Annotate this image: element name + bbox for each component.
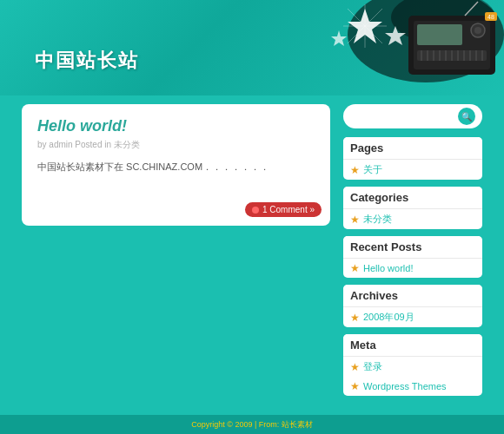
category-link-uncategorized[interactable]: 未分类 — [363, 213, 392, 226]
archive-link-2008-09[interactable]: 2008年09月 — [363, 311, 414, 324]
sidebar-section-categories: Categories ★ 未分类 — [343, 187, 482, 229]
star-icon: ★ — [350, 380, 360, 392]
list-item: ★ 登录 — [343, 357, 482, 377]
star-icon: ★ — [350, 262, 360, 274]
post-excerpt: 中国站长站素材下在 SC.CHINAZ.COM．．．．．．． — [37, 160, 315, 175]
sidebar-section-title-recent-posts: Recent Posts — [343, 236, 482, 259]
list-item: ★ Wordpress Themes — [343, 377, 482, 396]
list-item: ★ Hello world! — [343, 259, 482, 278]
search-bar[interactable]: 🔍 — [343, 104, 482, 128]
sidebar-section-archives: Archives ★ 2008年09月 — [343, 285, 482, 327]
svg-marker-4 — [331, 30, 347, 46]
svg-point-13 — [474, 27, 481, 34]
footer: Copyright © 2009 | From: 站长素材 — [0, 415, 504, 434]
post-meta: by admin Posted in 未分类 — [37, 139, 315, 151]
post-title: Hello world! — [37, 117, 315, 135]
sidebar: 🔍 Pages ★ 关于 Categories ★ 未分类 Rec — [343, 104, 482, 403]
content-area: Hello world! by admin Posted in 未分类 中国站长… — [22, 104, 330, 403]
footer-text: Copyright © 2009 | From: 站长素材 — [191, 419, 313, 431]
post-card: Hello world! by admin Posted in 未分类 中国站长… — [22, 104, 330, 226]
svg-text:48: 48 — [487, 14, 494, 20]
site-title: 中国站长站 — [35, 48, 139, 74]
star-icon: ★ — [350, 312, 360, 324]
comment-label: 1 Comment » — [262, 205, 315, 214]
sidebar-section-recent-posts: Recent Posts ★ Hello world! — [343, 236, 482, 278]
sidebar-section-meta: Meta ★ 登录 ★ Wordpress Themes — [343, 334, 482, 396]
pages-link-about[interactable]: 关于 — [363, 163, 382, 176]
sidebar-section-title-categories: Categories — [343, 187, 482, 209]
header: 48 中国站长站 — [0, 0, 504, 95]
page-wrapper: 48 中国站长站 Hello world! by admin Posted in… — [0, 0, 504, 434]
sidebar-section-title-meta: Meta — [343, 334, 482, 357]
list-item: ★ 2008年09月 — [343, 307, 482, 327]
header-decoration: 48 — [295, 0, 504, 95]
star-icon: ★ — [350, 214, 360, 226]
star-icon: ★ — [350, 164, 360, 176]
main-layout: Hello world! by admin Posted in 未分类 中国站长… — [0, 95, 504, 411]
meta-link-wp-themes[interactable]: Wordpress Themes — [363, 381, 447, 391]
meta-link-login[interactable]: 登录 — [363, 360, 382, 373]
sidebar-section-title-archives: Archives — [343, 285, 482, 307]
sidebar-section-pages: Pages ★ 关于 — [343, 137, 482, 180]
sidebar-section-title-pages: Pages — [343, 137, 482, 160]
list-item: ★ 未分类 — [343, 209, 482, 229]
comment-dot — [252, 207, 259, 214]
star-icon: ★ — [350, 361, 360, 373]
recent-post-link-hello[interactable]: Hello world! — [363, 263, 413, 273]
svg-rect-11 — [417, 24, 462, 45]
search-icon[interactable]: 🔍 — [458, 108, 475, 125]
comment-bubble[interactable]: 1 Comment » — [245, 202, 322, 217]
list-item: ★ 关于 — [343, 160, 482, 180]
